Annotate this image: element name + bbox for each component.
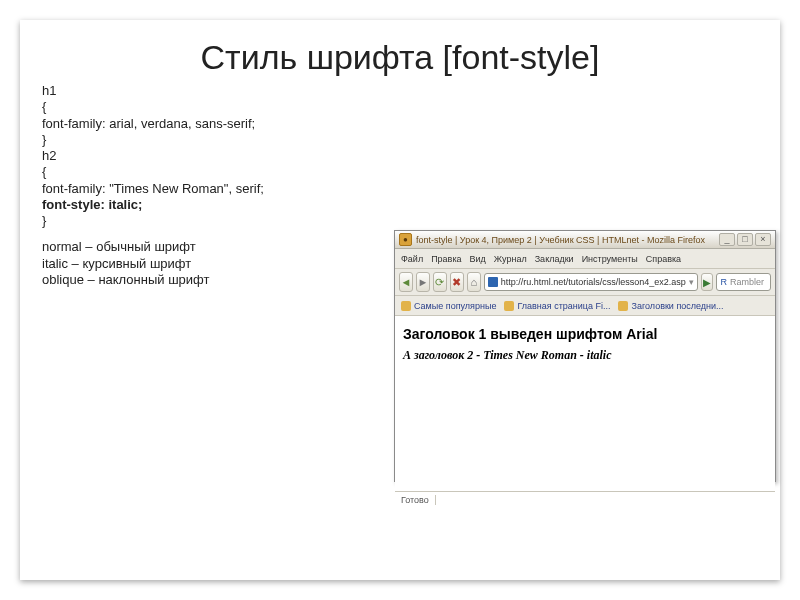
slide-title: Стиль шрифта [font-style] bbox=[20, 20, 780, 77]
slide: Стиль шрифта [font-style] h1 { font-fami… bbox=[20, 20, 780, 580]
browser-menubar: Файл Правка Вид Журнал Закладки Инструме… bbox=[395, 249, 775, 269]
browser-toolbar: ◄ ► ⟳ ✖ ⌂ http://ru.html.net/tutorials/c… bbox=[395, 269, 775, 296]
browser-titlebar: ● font-style | Урок 4, Пример 2 | Учебни… bbox=[395, 231, 775, 249]
code-line: font-family: "Times New Roman", serif; bbox=[42, 181, 762, 197]
menu-bookmarks[interactable]: Закладки bbox=[535, 254, 574, 264]
menu-file[interactable]: Файл bbox=[401, 254, 423, 264]
bookmarks-bar: Самые популярные Главная страница Fi... … bbox=[395, 296, 775, 316]
bookmark-label: Главная страница Fi... bbox=[517, 301, 610, 311]
menu-tools[interactable]: Инструменты bbox=[582, 254, 638, 264]
go-button[interactable]: ▶ bbox=[701, 273, 714, 291]
code-line: { bbox=[42, 99, 762, 115]
bookmark-item[interactable]: Заголовки последни... bbox=[618, 301, 723, 311]
address-bar[interactable]: http://ru.html.net/tutorials/css/lesson4… bbox=[484, 273, 698, 291]
menu-view[interactable]: Вид bbox=[470, 254, 486, 264]
code-line: font-family: arial, verdana, sans-serif; bbox=[42, 116, 762, 132]
code-line: } bbox=[42, 213, 762, 229]
bookmark-label: Самые популярные bbox=[414, 301, 496, 311]
page-h2: А заголовок 2 - Times New Roman - italic bbox=[403, 348, 767, 363]
minimize-button[interactable]: _ bbox=[719, 233, 735, 246]
search-engine-icon: R bbox=[720, 277, 727, 287]
forward-button[interactable]: ► bbox=[416, 272, 430, 292]
browser-window: ● font-style | Урок 4, Пример 2 | Учебни… bbox=[394, 230, 776, 482]
bookmark-item[interactable]: Главная страница Fi... bbox=[504, 301, 610, 311]
folder-icon bbox=[504, 301, 514, 311]
bookmark-label: Заголовки последни... bbox=[631, 301, 723, 311]
code-line: } bbox=[42, 132, 762, 148]
reload-button[interactable]: ⟳ bbox=[433, 272, 447, 292]
code-line-emphasis: font-style: italic; bbox=[42, 197, 762, 213]
close-button[interactable]: × bbox=[755, 233, 771, 246]
status-text: Готово bbox=[401, 495, 436, 505]
search-placeholder: Rambler bbox=[730, 277, 764, 287]
stop-button[interactable]: ✖ bbox=[450, 272, 464, 292]
menu-edit[interactable]: Правка bbox=[431, 254, 461, 264]
code-line: { bbox=[42, 164, 762, 180]
window-title: font-style | Урок 4, Пример 2 | Учебник … bbox=[416, 235, 705, 245]
code-line: h1 bbox=[42, 83, 762, 99]
search-box[interactable]: R Rambler bbox=[716, 273, 771, 291]
folder-icon bbox=[618, 301, 628, 311]
bookmark-item[interactable]: Самые популярные bbox=[401, 301, 496, 311]
browser-viewport: Заголовок 1 выведен шрифтом Arial А заго… bbox=[395, 316, 775, 491]
page-h1: Заголовок 1 выведен шрифтом Arial bbox=[403, 326, 767, 342]
code-line: h2 bbox=[42, 148, 762, 164]
firefox-icon: ● bbox=[399, 233, 412, 246]
site-icon bbox=[488, 277, 498, 287]
back-button[interactable]: ◄ bbox=[399, 272, 413, 292]
maximize-button[interactable]: □ bbox=[737, 233, 753, 246]
address-text: http://ru.html.net/tutorials/css/lesson4… bbox=[501, 277, 686, 287]
home-button[interactable]: ⌂ bbox=[467, 272, 481, 292]
menu-help[interactable]: Справка bbox=[646, 254, 681, 264]
browser-statusbar: Готово bbox=[395, 491, 775, 508]
folder-icon bbox=[401, 301, 411, 311]
menu-history[interactable]: Журнал bbox=[494, 254, 527, 264]
